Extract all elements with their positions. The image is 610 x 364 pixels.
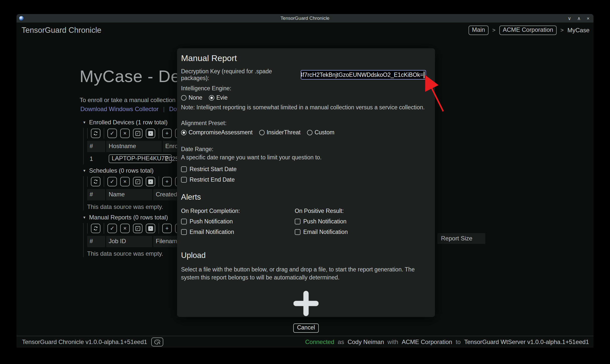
breadcrumb-org[interactable]: ACME Corporation xyxy=(499,26,557,35)
link-separator: | xyxy=(163,106,165,113)
toolbar-separator xyxy=(87,128,88,139)
checkbox-icon xyxy=(295,219,300,224)
column-header-report-size: Report Size xyxy=(437,233,485,244)
checkbox-restrict-end-date[interactable]: Restrict End Date xyxy=(181,176,431,183)
accept-button[interactable]: ✓ xyxy=(107,224,117,233)
deselect-all-button[interactable]: × xyxy=(146,129,155,138)
toolbar-separator xyxy=(87,176,88,187)
checkbox-icon xyxy=(181,166,187,172)
accept-button[interactable]: ✓ xyxy=(107,177,117,186)
checkbox-completion-push[interactable]: Push Notification xyxy=(181,218,295,225)
checkbox-restrict-start-date[interactable]: Restrict Start Date xyxy=(181,166,431,173)
engine-note: Note: Intelligent reporting is somewhat … xyxy=(181,104,431,111)
alerts-column-positive: On Positive Result: Push Notification Em… xyxy=(295,208,431,235)
checkbox-completion-email[interactable]: Email Notification xyxy=(181,229,295,235)
toolbar-separator xyxy=(87,223,88,234)
refresh-button[interactable] xyxy=(91,129,100,138)
reject-button[interactable]: × xyxy=(120,129,130,138)
manual-report-modal: Manual Report Decryption Key (required f… xyxy=(177,48,435,317)
plus-icon: + xyxy=(166,179,169,184)
refresh-icon xyxy=(93,226,98,231)
download-windows-collector-link[interactable]: Download Windows Collector xyxy=(80,106,159,113)
add-button[interactable]: + xyxy=(162,224,172,233)
collapse-icon: ▼ xyxy=(83,169,86,173)
select-all-button[interactable]: ✓ xyxy=(133,129,142,138)
alignment-preset-label: Alignment Preset: xyxy=(181,120,431,127)
plus-icon: + xyxy=(166,131,169,136)
titlebar: TensorGuard Chronicle ∨ ∧ × xyxy=(17,14,593,23)
org-name: ACME Corporation xyxy=(402,338,452,345)
checkbox-icon xyxy=(181,219,187,224)
statusbar: TensorGuard Chronicle v1.0.0-alpha.1+51e… xyxy=(17,336,593,348)
radio-custom[interactable]: Custom xyxy=(307,129,334,136)
app-version-text: TensorGuard Chronicle v1.0.0-alpha.1+51e… xyxy=(22,338,147,345)
add-button[interactable]: + xyxy=(162,177,172,186)
collapse-icon: ▼ xyxy=(83,120,86,124)
alerts-grid: On Report Completion: Push Notification … xyxy=(181,208,431,235)
toolbar-separator xyxy=(159,223,159,234)
checkbox-positive-email[interactable]: Email Notification xyxy=(295,229,431,235)
alerts-column-completion: On Report Completion: Push Notification … xyxy=(181,208,295,235)
window-title: TensorGuard Chronicle xyxy=(17,16,593,21)
radio-checked-icon xyxy=(181,130,187,135)
column-header: # xyxy=(87,141,105,152)
reject-button[interactable]: × xyxy=(120,224,130,233)
radio-label: None xyxy=(189,94,202,101)
cancel-row: Cancel xyxy=(181,323,431,333)
refresh-button[interactable] xyxy=(91,224,100,233)
toolbar-separator xyxy=(159,128,159,139)
desktop-background: TensorGuard Chronicle ∨ ∧ × TensorGuard … xyxy=(0,0,610,364)
reject-button[interactable]: × xyxy=(120,177,130,186)
accept-button[interactable]: ✓ xyxy=(107,129,117,138)
deselect-all-button[interactable]: × xyxy=(146,177,155,186)
radio-label: InsiderThreat xyxy=(267,129,301,136)
radio-insider-threat[interactable]: InsiderThreat xyxy=(259,129,301,136)
collector-links: Download Windows Collector | Dow xyxy=(80,106,181,113)
checkbox-positive-push[interactable]: Push Notification xyxy=(295,218,431,225)
refresh-button[interactable] xyxy=(91,177,100,186)
maximize-button[interactable]: ∧ xyxy=(577,16,581,21)
connection-status: Connected xyxy=(305,338,334,345)
upload-dropzone[interactable] xyxy=(181,290,431,317)
radio-icon xyxy=(307,130,313,135)
theme-toggle-button[interactable] xyxy=(151,337,163,346)
radio-engine-evie[interactable]: Evie xyxy=(209,94,228,101)
page-title: MyCase - Dev xyxy=(80,67,189,86)
column-header: # xyxy=(87,189,105,200)
hostname-chip[interactable]: LAPTOP-PHE4KU7P xyxy=(109,154,172,163)
select-all-button[interactable]: ✓ xyxy=(133,177,142,186)
boxed-cross-icon: × xyxy=(148,131,153,136)
radio-label: Evie xyxy=(216,94,228,101)
breadcrumb-separator: > xyxy=(560,27,564,34)
checkbox-label: Restrict End Date xyxy=(190,176,235,183)
breadcrumb-main[interactable]: Main xyxy=(469,26,489,35)
radio-compromise-assessment[interactable]: CompromiseAssessment xyxy=(181,129,253,136)
deselect-all-button[interactable]: × xyxy=(146,224,155,233)
checkbox-label: Push Notification xyxy=(190,218,233,225)
toolbar-separator xyxy=(104,128,104,139)
cancel-button[interactable]: Cancel xyxy=(293,323,319,333)
date-range-label: Date Range: xyxy=(181,146,431,153)
server-version: TensorGuard WtServer v1.0.0-alpha.1+51ee… xyxy=(464,338,589,345)
upload-plus-icon[interactable] xyxy=(293,290,319,316)
add-button[interactable]: + xyxy=(162,129,172,138)
refresh-icon xyxy=(93,179,98,184)
as-word: as xyxy=(338,338,344,345)
checkbox-label: Restrict Start Date xyxy=(190,166,237,173)
breadcrumb-separator: > xyxy=(492,27,496,34)
decryption-key-input[interactable]: no4f7rcH2TekBnjtGzoEUNWDdskoO2_E1cKiBOk= xyxy=(301,70,426,80)
select-all-button[interactable]: ✓ xyxy=(133,224,142,233)
checkbox-icon xyxy=(181,229,187,235)
minimize-button[interactable]: ∨ xyxy=(568,16,571,21)
checkbox-icon xyxy=(181,177,187,183)
alerts-column-label: On Positive Result: xyxy=(295,208,431,214)
close-button[interactable]: × xyxy=(587,16,589,21)
breadcrumb-current: MyCase xyxy=(567,27,589,34)
cross-icon: × xyxy=(123,179,127,184)
breadcrumb: Main > ACME Corporation > MyCase xyxy=(469,26,589,35)
upload-description: Select a file with the button below, or … xyxy=(181,265,429,281)
radio-engine-none[interactable]: None xyxy=(181,94,202,101)
app-header: TensorGuard Chronicle Main > ACME Corpor… xyxy=(17,23,593,35)
column-header: Job ID xyxy=(106,236,152,247)
annotation-arrow xyxy=(417,72,447,115)
